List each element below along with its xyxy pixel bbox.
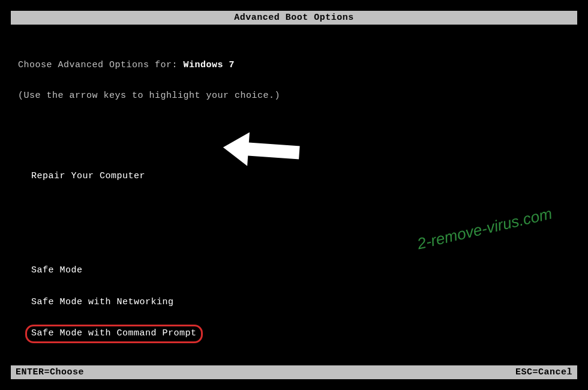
footer-esc: ESC=Cancel	[515, 367, 572, 377]
option-safe-mode[interactable]: Safe Mode	[31, 265, 83, 277]
footer-enter: ENTER=Choose	[16, 367, 84, 377]
screen-title: Advanced Boot Options	[234, 13, 354, 23]
os-name: Windows 7	[184, 60, 235, 70]
main-content: Choose Advanced Options for: Windows 7 (…	[0, 25, 588, 390]
option-safe-mode-cmd[interactable]: Safe Mode with Command Prompt	[31, 328, 197, 340]
footer-bar: ENTER=Choose ESC=Cancel	[11, 365, 577, 379]
title-bar: Advanced Boot Options	[11, 11, 577, 25]
options-block: Repair Your Computer Safe Mode Safe Mode…	[18, 151, 570, 390]
option-safe-mode-networking[interactable]: Safe Mode with Networking	[31, 297, 174, 308]
intro-line: Choose Advanced Options for: Windows 7	[18, 60, 570, 70]
hint-line: (Use the arrow keys to highlight your ch…	[18, 91, 570, 101]
option-repair[interactable]: Repair Your Computer	[31, 171, 145, 182]
